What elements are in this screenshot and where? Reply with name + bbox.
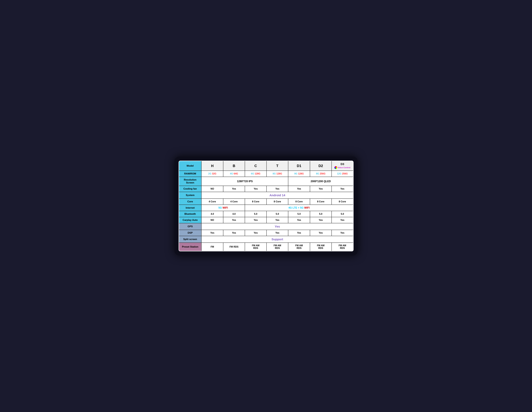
system-label: System [179, 192, 201, 199]
gps-row: GPS Yes [179, 223, 353, 230]
cooling-d1: Yes [288, 186, 310, 192]
internet-5g-text: 5G [218, 206, 222, 209]
core-d3: 8 Core [332, 199, 353, 205]
outer-wrapper: Model H B C T D1 D2 D3 Voice Control RAM… [174, 157, 358, 255]
preset-row: Preset Station FM FM RDS FM AMRDS FM AMR… [179, 243, 353, 251]
dsp-h: Yes [201, 230, 223, 236]
preset-label: Preset Station [179, 243, 201, 251]
bt-d3: 5.0 [332, 211, 353, 217]
internet-lte-wifi-text: WIFI [304, 206, 310, 209]
android-text: Android 14 [269, 193, 285, 197]
model-c: C [245, 161, 266, 171]
gps-label: GPS [179, 223, 201, 230]
carplay-c: Yes [245, 217, 266, 223]
preset-c: FM AMRDS [245, 243, 266, 251]
preset-h: FM [201, 243, 223, 251]
ram-d3-ram: 12G [337, 172, 341, 175]
ram-b: 4G 64G [223, 171, 245, 177]
split-value: Support [201, 236, 353, 243]
preset-d1: FM AMRDS [288, 243, 310, 251]
cooling-h: NO [201, 186, 223, 192]
comparison-table: Model H B C T D1 D2 D3 Voice Control RAM… [179, 161, 353, 251]
bt-b: 4.0 [223, 211, 245, 217]
ram-label: RAM/ROM [179, 171, 201, 177]
ram-t-ram: 8G [273, 172, 276, 175]
core-t: 8 Core [266, 199, 288, 205]
ram-d1-rom: 128G [298, 172, 304, 175]
gps-yes-text: Yes [275, 225, 280, 228]
carplay-d2: Yes [310, 217, 332, 223]
ram-t: 8G 128G [266, 171, 288, 177]
model-t: T [266, 161, 288, 171]
model-row: Model H B C T D1 D2 D3 Voice Control [179, 161, 353, 171]
dsp-label: DSP [179, 230, 201, 236]
system-value: Android 14 [201, 192, 353, 199]
core-d1: 8 Core [288, 199, 310, 205]
core-b: 4 Core [223, 199, 245, 205]
preset-t: FM AMRDS [266, 243, 288, 251]
ram-h-rom: 32G [212, 172, 216, 175]
cooling-b: Yes [223, 186, 245, 192]
internet-label: Internet [179, 205, 201, 211]
dsp-d1: Yes [288, 230, 310, 236]
internet-row: Internet 5G WIFI 4G LTE + 5G WIFI [179, 205, 353, 211]
ram-d3-rom: 256G [342, 172, 348, 175]
bt-c: 5.0 [245, 211, 266, 217]
split-label: Split screen [179, 236, 201, 243]
internet-lte-cell: 4G LTE + 5G WIFI [245, 205, 353, 211]
carplay-t: Yes [266, 217, 288, 223]
resolution-qled: 2000*1200 QLED [288, 177, 353, 186]
internet-5g-cell: 5G WIFI [201, 205, 245, 211]
resolution-ips: 1280*720 IPS [201, 177, 288, 186]
ram-d3: 12G 256G [332, 171, 353, 177]
ram-d1: 8G 128G [288, 171, 310, 177]
cooling-row: Cooling fan NO Yes Yes Yes Yes Yes Yes [179, 186, 353, 192]
carplay-d1: Yes [288, 217, 310, 223]
dsp-t: Yes [266, 230, 288, 236]
ram-d2-ram: 8G [316, 172, 319, 175]
ram-row: RAM/ROM 2G 32G 4G 64G 6G 128G 8G 128G [179, 171, 353, 177]
cooling-d2: Yes [310, 186, 332, 192]
core-h: 4 Core [201, 199, 223, 205]
core-d2: 8 Core [310, 199, 332, 205]
bt-d1: 5.0 [288, 211, 310, 217]
dsp-b: Yes [223, 230, 245, 236]
voice-icon [334, 166, 337, 169]
bt-t: 5.0 [266, 211, 288, 217]
dsp-d2: Yes [310, 230, 332, 236]
ram-t-rom: 128G [276, 172, 282, 175]
preset-d2: FM AMRDS [310, 243, 332, 251]
model-d2: D2 [310, 161, 332, 171]
ram-d1-ram: 8G [294, 172, 297, 175]
dsp-d3: Yes [332, 230, 353, 236]
support-text: Support [272, 238, 283, 241]
core-c: 8 Core [245, 199, 266, 205]
model-b: B [223, 161, 245, 171]
model-label: Model [179, 161, 201, 171]
model-h: H [201, 161, 223, 171]
dsp-row: DSP Yes Yes Yes Yes Yes Yes Yes [179, 230, 353, 236]
core-label: Core [179, 199, 201, 205]
ram-d2: 8G 256G [310, 171, 332, 177]
carplay-b: Yes [223, 217, 245, 223]
ram-h-ram: 2G [208, 172, 211, 175]
ram-b-rom: 64G [234, 172, 238, 175]
split-row: Split screen Support [179, 236, 353, 243]
carplay-label: Carplay Auto [179, 217, 201, 223]
ram-h: 2G 32G [201, 171, 223, 177]
cooling-t: Yes [266, 186, 288, 192]
carplay-row: Carplay Auto NO Yes Yes Yes Yes Yes Yes [179, 217, 353, 223]
resolution-row: Resolution Screen 1280*720 IPS 2000*1200… [179, 177, 353, 186]
bt-h: 4.0 [201, 211, 223, 217]
internet-4g-text: 4G LTE + 5G [288, 206, 304, 209]
model-d3: D3 Voice Control [332, 161, 353, 171]
cooling-c: Yes [245, 186, 266, 192]
dsp-c: Yes [245, 230, 266, 236]
ram-c-rom: 128G [255, 172, 260, 175]
bluetooth-row: Bluetooth 4.0 4.0 5.0 5.0 5.0 5.0 5.0 [179, 211, 353, 217]
cooling-d3: Yes [332, 186, 353, 192]
ram-b-ram: 4G [230, 172, 233, 175]
internet-wifi-text: WIFI [222, 206, 228, 209]
cooling-label: Cooling fan [179, 186, 201, 192]
system-row: System Android 14 [179, 192, 353, 199]
